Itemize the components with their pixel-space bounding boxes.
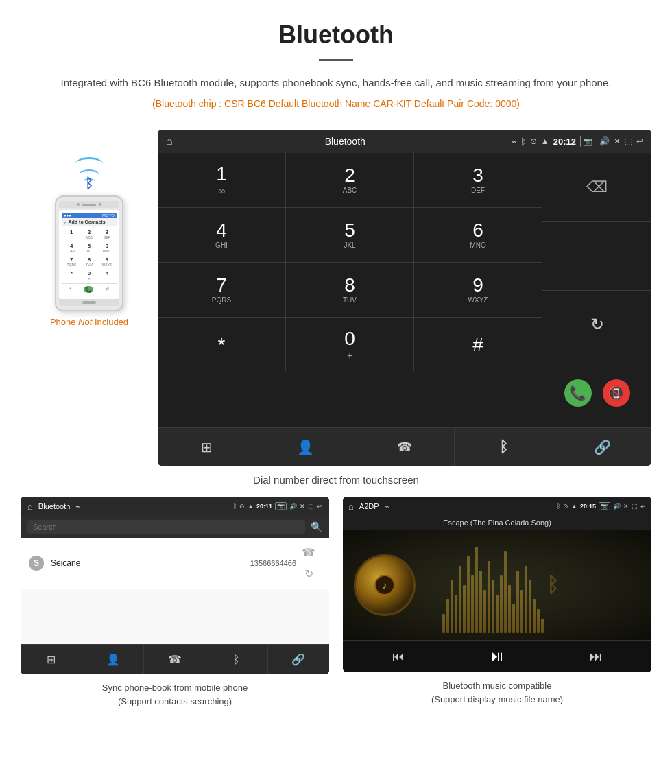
phonebook-block: ⌂ Bluetooth ⌁ ᛒ ⊙ ▲ 20:11 📷 🔊 ✕ ⬚ ↩ [21, 497, 329, 711]
middle-section: ᛒ ●●●MOTO + Add to Contacts 1 2ABC [0, 123, 672, 466]
dial-key-hash[interactable]: # [414, 318, 542, 372]
key-star[interactable]: * [63, 269, 80, 282]
play-pause-button[interactable]: ⏯ [490, 648, 505, 665]
pb-fs-icon[interactable]: ⬚ [308, 503, 314, 510]
music-block: ⌂ A2DP ⌁ ᛒ ⊙ ▲ 20:15 📷 🔊 ✕ ⬚ ↩ Escape (T… [343, 497, 651, 711]
search-icon[interactable]: 🔍 [311, 521, 322, 532]
volume-icon[interactable]: 🔊 [599, 136, 610, 146]
contact-row[interactable]: S Seicane 13566664466 ☎ ↻ [21, 538, 329, 589]
viz-bar [496, 595, 499, 633]
music-home-icon[interactable]: ⌂ [348, 501, 354, 512]
key-7[interactable]: 7PQRS [63, 255, 80, 268]
phone-contacts-header: + Add to Contacts [62, 218, 117, 226]
music-back-icon[interactable]: ↩ [640, 503, 646, 510]
tab-keypad[interactable]: ⊞ [158, 428, 256, 466]
search-input[interactable] [27, 520, 305, 534]
dial-key-0[interactable]: 0+ [286, 318, 414, 372]
music-usb-icon: ⌁ [385, 502, 389, 511]
viz-bar [488, 561, 490, 633]
bluetooth-status-icon: ᛒ [520, 136, 526, 147]
viz-bar [467, 556, 470, 633]
key-9[interactable]: 9WXYZ [98, 255, 115, 268]
pb-cam-icon[interactable]: 📷 [275, 502, 287, 510]
phone-screen: ●●●MOTO + Add to Contacts 1 2ABC 3DEF 4G… [59, 210, 119, 299]
bluetooth-specs: (Bluetooth chip : CSR BC6 Default Blueto… [41, 98, 631, 109]
signal-icon: ▲ [541, 136, 549, 146]
key-hash[interactable]: # [98, 269, 115, 282]
dial-reload[interactable]: ↻ [542, 291, 651, 359]
key-4[interactable]: 4GHI [63, 241, 80, 254]
viz-bar [512, 604, 515, 633]
call-button[interactable]: 📞 [564, 379, 592, 407]
bt-overlay-icon: ᛒ [547, 573, 559, 597]
dial-key-star[interactable]: * [158, 318, 286, 372]
dial-key-6[interactable]: 6MNO [414, 208, 542, 263]
key-5[interactable]: 5JKL [81, 241, 98, 254]
skip-prev-button[interactable]: ⏮ [392, 650, 405, 664]
skip-next-button[interactable]: ⏭ [590, 650, 602, 664]
page-title: Bluetooth [41, 21, 631, 49]
dial-key-4[interactable]: 4GHI [158, 208, 286, 263]
home-icon[interactable]: ⌂ [166, 135, 173, 147]
tab-contacts[interactable]: 👤 [256, 428, 355, 466]
pb-tab-bar: ⊞ 👤 ☎ ᛒ 🔗 [21, 644, 329, 674]
keypad-grid-icon: ⊞ [201, 439, 213, 455]
pb-tab-phone[interactable]: ☎ [144, 645, 206, 674]
camera-icon[interactable]: 📷 [580, 136, 595, 147]
phone-call-button[interactable]: 📞 [84, 286, 93, 293]
key-3[interactable]: 3DEF [98, 228, 115, 241]
music-fs-icon[interactable]: ⬚ [632, 503, 638, 510]
pb-location-icon: ⊙ [239, 503, 245, 510]
phone-status-bar: ●●●MOTO [62, 213, 117, 218]
location-icon: ⊙ [530, 136, 537, 146]
key-2[interactable]: 2ABC [81, 228, 98, 241]
dial-key-7[interactable]: 7PQRS [158, 263, 286, 318]
back-icon[interactable]: ↩ [636, 136, 643, 146]
dial-backspace[interactable]: ⌫ [542, 153, 651, 222]
dial-key-8[interactable]: 8TUV [286, 263, 414, 318]
music-close-icon[interactable]: ✕ [623, 503, 629, 510]
end-call-button[interactable]: 📵 [603, 379, 630, 407]
music-title-label: A2DP [359, 502, 379, 510]
tab-phone[interactable]: ☎ [355, 428, 454, 466]
viz-bar [455, 595, 457, 633]
tab-bluetooth[interactable]: ᛒ [455, 428, 553, 466]
viz-bar [471, 575, 474, 633]
close-icon[interactable]: ✕ [614, 136, 621, 146]
key-8[interactable]: 8TUV [81, 255, 98, 268]
pb-refresh-icon[interactable]: ↻ [304, 567, 313, 580]
song-title: Escape (The Pina Colada Song) [443, 519, 551, 527]
music-caption-line2: (Support display music file name) [431, 694, 563, 704]
pb-tab-link[interactable]: 🔗 [268, 645, 329, 674]
fullscreen-icon[interactable]: ⬚ [625, 136, 632, 146]
dial-key-9[interactable]: 9WXYZ [414, 263, 542, 318]
android-status-bar: ⌂ Bluetooth ⌁ ᛒ ⊙ ▲ 20:12 📷 🔊 ✕ ⬚ ↩ [158, 130, 651, 153]
music-cam-icon[interactable]: 📷 [599, 502, 610, 510]
pb-person-icon: 👤 [106, 653, 120, 666]
dial-key-5[interactable]: 5JKL [286, 208, 414, 263]
phone-mockup-container: ᛒ ●●●MOTO + Add to Contacts 1 2ABC [21, 130, 158, 327]
key-1[interactable]: 1 [63, 228, 80, 241]
phone-not-included: Phone Not Included [50, 317, 128, 327]
dial-key-3[interactable]: 3DEF [414, 153, 542, 208]
header-section: Bluetooth Integrated with BC6 Bluetooth … [0, 0, 672, 123]
viz-bar [533, 599, 536, 633]
viz-bar [459, 566, 461, 633]
tab-link[interactable]: 🔗 [553, 428, 651, 466]
pb-call-icon[interactable]: ☎ [302, 546, 315, 559]
dial-key-1[interactable]: 1∞ [158, 153, 286, 208]
pb-home-icon[interactable]: ⌂ [27, 501, 33, 512]
dial-key-2[interactable]: 2ABC [286, 153, 414, 208]
key-6[interactable]: 6MNO [98, 241, 115, 254]
music-vol-icon[interactable]: 🔊 [613, 503, 621, 510]
dialer-tab-bar: ⊞ 👤 ☎ ᛒ 🔗 [158, 427, 651, 466]
pb-close-icon[interactable]: ✕ [300, 503, 305, 510]
pb-tab-keypad[interactable]: ⊞ [21, 645, 82, 674]
pb-back-icon[interactable]: ↩ [317, 503, 322, 510]
pb-tab-contacts[interactable]: 👤 [82, 645, 144, 674]
music-frame: ⌂ A2DP ⌁ ᛒ ⊙ ▲ 20:15 📷 🔊 ✕ ⬚ ↩ Escape (T… [343, 497, 651, 672]
pb-tab-bt[interactable]: ᛒ [206, 645, 268, 674]
keypad-row-2: 4GHI 5JKL 6MNO [158, 208, 542, 263]
key-0[interactable]: 0+ [81, 269, 98, 282]
pb-vol-icon[interactable]: 🔊 [289, 503, 297, 510]
